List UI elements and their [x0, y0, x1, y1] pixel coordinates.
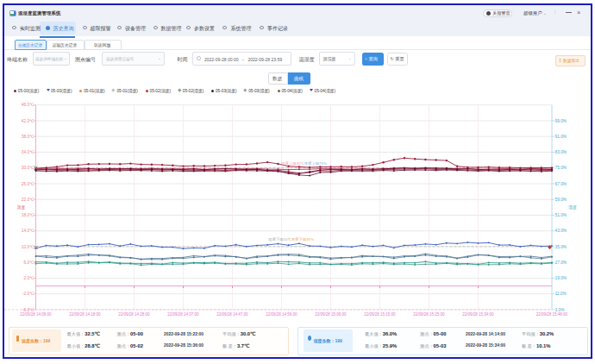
svg-text:温度上限30℃湿度上限75%: 温度上限30℃湿度上限75% [281, 161, 327, 166]
svg-text:30.0℃: 30.0℃ [22, 166, 34, 170]
svg-text:75.0%: 75.0% [555, 166, 567, 170]
svg-text:18.0℃: 18.0℃ [22, 213, 34, 217]
svg-text:温度下限10℃湿度下限35%: 温度下限10℃湿度下限35% [268, 237, 314, 242]
svg-text:46.0℃: 46.0℃ [22, 103, 34, 107]
svg-text:34.0℃: 34.0℃ [22, 150, 34, 154]
svg-text:22/09/28 14:18:00: 22/09/28 14:18:00 [69, 312, 101, 317]
svg-text:91.0%: 91.0% [555, 135, 567, 139]
svg-text:22/09/28 14:37:00: 22/09/28 14:37:00 [167, 312, 199, 317]
svg-text:温度: 温度 [17, 204, 26, 210]
svg-text:26.0℃: 26.0℃ [22, 182, 34, 186]
svg-text:-6.0℃: -6.0℃ [22, 308, 34, 312]
svg-text:22/09/28 15:34:00: 22/09/28 15:34:00 [462, 312, 494, 317]
svg-text:83.0%: 83.0% [555, 150, 567, 154]
svg-text:6.0℃: 6.0℃ [23, 260, 34, 265]
svg-text:14.0℃: 14.0℃ [22, 229, 34, 233]
svg-text:59.0%: 59.0% [555, 198, 567, 202]
svg-text:22/09/28 14:09:00: 22/09/28 14:09:00 [20, 312, 52, 317]
svg-text:22/09/28 15:48:00: 22/09/28 15:48:00 [536, 312, 568, 317]
svg-text:-2.0℃: -2.0℃ [22, 292, 34, 296]
svg-text:99.0%: 99.0% [555, 119, 567, 123]
svg-text:22/09/28 14:47:00: 22/09/28 14:47:00 [216, 312, 248, 317]
svg-text:湿度: 湿度 [567, 204, 577, 210]
svg-text:27.0%: 27.0% [555, 260, 567, 265]
svg-text:22.0℃: 22.0℃ [22, 198, 34, 202]
svg-text:22/09/28 14:56:00: 22/09/28 14:56:00 [266, 312, 298, 317]
svg-text:3.0%: 3.0% [555, 308, 566, 312]
svg-text:10.0℃: 10.0℃ [22, 245, 34, 249]
svg-text:35.0%: 35.0% [555, 245, 567, 249]
svg-text:2.0℃: 2.0℃ [23, 276, 34, 280]
svg-text:22/09/28 15:06:00: 22/09/28 15:06:00 [315, 312, 347, 317]
svg-text:22/09/28 14:28:00: 22/09/28 14:28:00 [118, 312, 150, 317]
svg-text:42.0℃: 42.0℃ [22, 119, 34, 123]
svg-text:19.0%: 19.0% [555, 276, 567, 280]
svg-text:22/09/28 15:25:00: 22/09/28 15:25:00 [413, 312, 445, 317]
svg-text:51.0%: 51.0% [555, 213, 567, 217]
svg-text:11.0%: 11.0% [555, 292, 567, 296]
svg-text:22/09/28 15:15:00: 22/09/28 15:15:00 [364, 312, 396, 317]
svg-text:67.0%: 67.0% [555, 182, 567, 186]
svg-text:38.0℃: 38.0℃ [22, 135, 34, 139]
svg-text:43.0%: 43.0% [555, 229, 567, 233]
